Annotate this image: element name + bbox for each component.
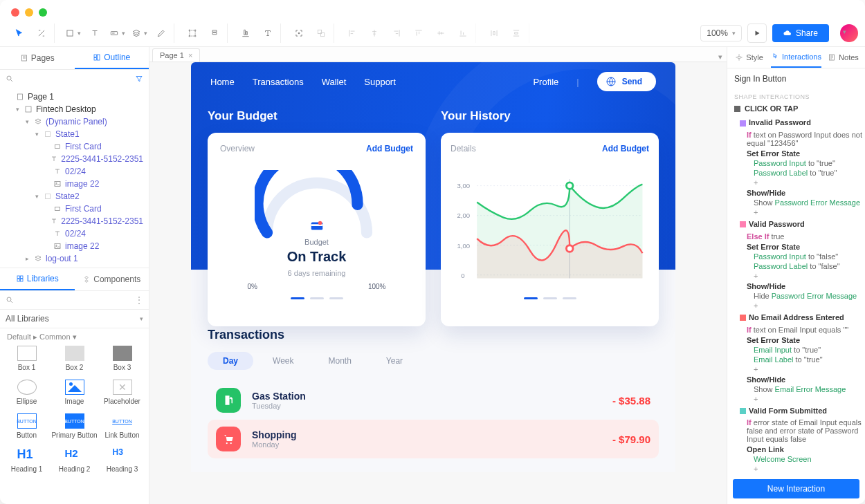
align-top-icon[interactable] [409, 24, 428, 43]
lib-h2[interactable]: H2Heading 2 [51, 445, 98, 476]
text-style-icon[interactable] [258, 24, 277, 43]
interaction-action[interactable]: Password Input to "true" [727, 158, 865, 168]
new-interaction-button[interactable]: New Interaction [733, 479, 859, 498]
interaction-case[interactable]: Valid Form Submitted [727, 404, 865, 418]
outline-item[interactable]: 2225-3441-5152-2351 [0, 215, 149, 227]
lib-box3[interactable]: Box 3 [98, 343, 146, 374]
outline-item[interactable]: image 22 [0, 178, 149, 190]
canvas-area[interactable]: Page 1× ▾ Home Transactions Wallet Suppo… [149, 47, 727, 504]
tab-notes[interactable]: Notes [821, 47, 865, 68]
budget-add-link[interactable]: Add Budget [366, 144, 413, 153]
minimize-window-icon[interactable] [25, 8, 33, 17]
budget-dots-nav[interactable] [220, 297, 413, 299]
history-dots-nav[interactable] [450, 297, 649, 299]
outline-item[interactable]: Page 1 [0, 91, 149, 103]
interaction-action[interactable]: Email Input to "true" [727, 345, 865, 355]
nav-home[interactable]: Home [210, 77, 235, 87]
nav-send-button[interactable]: Send [597, 72, 656, 91]
close-icon[interactable]: × [188, 51, 192, 59]
transaction-row[interactable]: ShoppingMonday - $79.90 [208, 420, 659, 458]
lib-box2[interactable]: Box 2 [51, 343, 98, 374]
preview-button[interactable] [747, 24, 767, 43]
nav-wallet[interactable]: Wallet [322, 77, 347, 87]
dist-v-icon[interactable] [507, 24, 526, 43]
canvas-tab-menu-icon[interactable]: ▾ [714, 53, 727, 62]
pointer-tool-icon[interactable] [10, 24, 29, 43]
interaction-action[interactable]: Show Password Error Message [727, 198, 865, 207]
zoom-select[interactable]: 100%▾ [700, 25, 742, 41]
boundary-tool-icon[interactable] [183, 24, 202, 43]
add-action[interactable]: + [727, 178, 865, 187]
rect-tool-icon[interactable] [63, 24, 82, 43]
tab-interactions[interactable]: Interactions [771, 47, 821, 68]
lib-image[interactable]: Image [51, 377, 98, 408]
outline-item[interactable]: 2225-3441-5152-2351 [0, 153, 149, 165]
interaction-action[interactable]: Password Label to "true" [727, 168, 865, 178]
add-action[interactable]: + [727, 394, 865, 404]
dynpanel-tool-icon[interactable] [129, 24, 149, 43]
fullscreen-window-icon[interactable] [39, 8, 47, 17]
lib-box1[interactable]: Box 1 [3, 343, 51, 374]
lib-link-button[interactable]: BUTTONLink Button [98, 411, 146, 442]
align-left-icon[interactable] [343, 24, 362, 43]
interaction-action[interactable]: Hide Password Error Message [727, 291, 865, 301]
share-button[interactable]: Share [772, 24, 829, 42]
tab-outline[interactable]: Outline [75, 47, 149, 69]
outline-item[interactable]: First Card [0, 140, 149, 153]
filter-week[interactable]: Week [257, 352, 309, 370]
interaction-case[interactable]: No Email Address Entered [727, 310, 865, 325]
tab-components[interactable]: Components [75, 268, 149, 290]
lib-primary-button[interactable]: BUTTONPrimary Button [51, 411, 98, 442]
history-add-link[interactable]: Add Budget [602, 144, 649, 153]
connect-tool-icon[interactable] [32, 24, 51, 43]
add-action[interactable]: + [727, 271, 865, 281]
design-fintech-desktop[interactable]: Home Transactions Wallet Support Profile… [191, 62, 675, 504]
outline-item[interactable]: 02/24 [0, 227, 149, 240]
add-action[interactable]: + [727, 464, 865, 474]
outline-item[interactable]: First Card [0, 203, 149, 215]
filter-year[interactable]: Year [371, 352, 418, 370]
dist-h-icon[interactable] [484, 24, 504, 43]
nav-transactions[interactable]: Transactions [253, 77, 304, 87]
form-tool-icon[interactable] [107, 24, 127, 43]
interaction-case[interactable]: Valid Password [727, 217, 865, 232]
tab-style[interactable]: Style [727, 47, 771, 68]
slice-tool-icon[interactable] [205, 24, 224, 43]
filter-icon[interactable] [135, 75, 143, 83]
outline-item[interactable]: image 22 [0, 240, 149, 252]
libraries-search-input[interactable] [18, 295, 131, 305]
transaction-row[interactable]: Gas StationTuesday - $35.88 [208, 381, 659, 420]
interaction-case[interactable]: Invalid Password [727, 115, 865, 130]
lib-h1[interactable]: H1Heading 1 [3, 445, 51, 476]
library-filter-select[interactable]: All Libraries▾ [6, 314, 143, 324]
outline-item[interactable]: ▾State2 [0, 190, 149, 203]
outline-item[interactable]: ▸log-out 1 [0, 252, 149, 265]
align-right-icon[interactable] [387, 24, 406, 43]
interaction-action[interactable]: Welcome Screen [727, 454, 865, 464]
pen-tool-icon[interactable] [152, 24, 171, 43]
filter-day[interactable]: Day [208, 352, 253, 370]
nav-profile[interactable]: Profile [533, 77, 558, 87]
add-action[interactable]: + [727, 207, 865, 217]
user-avatar[interactable] [840, 24, 858, 42]
interaction-action[interactable]: Password Input to "false" [727, 252, 865, 261]
outline-item[interactable]: 02/24 [0, 165, 149, 178]
outline-item[interactable]: ▾Fintech Desktop [0, 103, 149, 115]
outline-item[interactable]: ▾(Dynamic Panel) [0, 115, 149, 128]
outline-search-input[interactable] [18, 74, 131, 84]
align-hcenter-icon[interactable] [365, 24, 384, 43]
lib-placeholder[interactable]: Placeholder [98, 377, 146, 408]
align-bottom-icon[interactable] [453, 24, 473, 43]
add-action[interactable]: + [727, 301, 865, 310]
lib-ellipse[interactable]: Ellipse [3, 377, 51, 408]
interaction-action[interactable]: Password Label to "false" [727, 261, 865, 271]
filter-month[interactable]: Month [313, 352, 366, 370]
canvas-tab-page1[interactable]: Page 1× [152, 48, 200, 62]
focus-icon[interactable] [289, 24, 309, 43]
lib-button[interactable]: BUTTONButton [3, 411, 51, 442]
interaction-action[interactable]: Show Email Error Message [727, 384, 865, 394]
lib-h3[interactable]: H3Heading 3 [98, 445, 146, 476]
outline-item[interactable]: ▾State1 [0, 128, 149, 140]
nav-support[interactable]: Support [364, 77, 396, 87]
ungroup-icon[interactable] [311, 24, 331, 43]
